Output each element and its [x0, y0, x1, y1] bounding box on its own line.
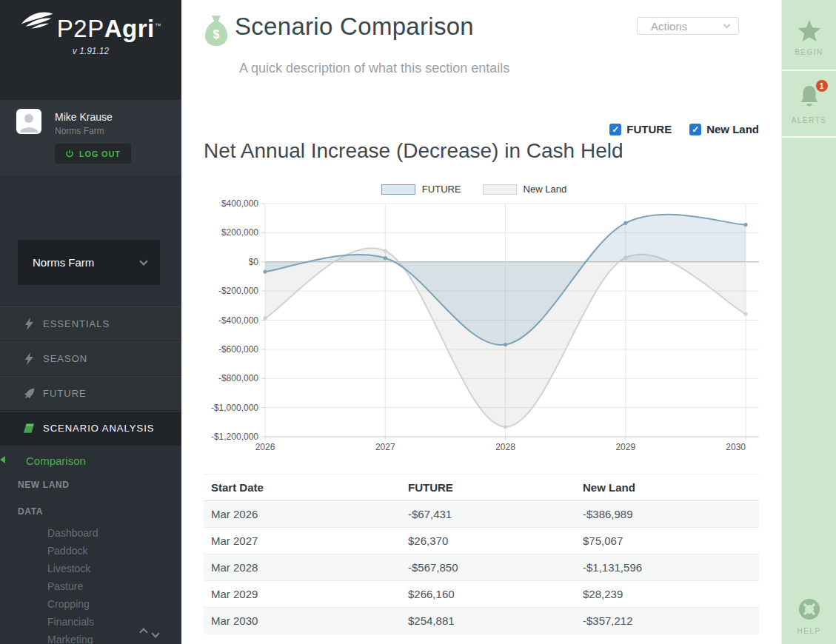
person-icon — [16, 109, 41, 134]
chevron-down-icon — [139, 257, 147, 265]
svg-text:-$1,200,000: -$1,200,000 — [211, 432, 258, 442]
left-sidebar: P2PAgri™ v 1.91.12 Mike Krause Norms Far… — [0, 0, 181, 644]
data-item-cropping[interactable]: Cropping — [47, 595, 98, 613]
app-version: v 1.91.12 — [0, 46, 181, 56]
help-label: HELP — [797, 627, 820, 635]
logo-section: P2PAgri™ v 1.91.12 — [0, 0, 181, 100]
legend-swatch-new-land — [483, 184, 517, 195]
subnav-item-new-land[interactable]: NEW LAND — [18, 480, 69, 490]
checkbox-checked-icon[interactable]: ✓ — [609, 124, 621, 135]
table-row: Mar 2028-$567,850-$1,131,596 — [204, 554, 759, 581]
alerts-label: ALERTS — [792, 116, 827, 124]
star-icon — [797, 19, 822, 43]
life-ring-icon — [797, 597, 822, 622]
subnav-item-comparison[interactable]: Comparison — [26, 455, 86, 467]
svg-text:-$800,000: -$800,000 — [218, 373, 258, 383]
scroll-down-icon[interactable] — [151, 629, 159, 637]
rocket-icon — [21, 387, 36, 400]
right-toolbar: BEGIN 1 ALERTS HELP — [781, 0, 836, 644]
subnav-group-data[interactable]: DATA — [18, 506, 43, 517]
data-item-paddock[interactable]: Paddock — [47, 542, 98, 560]
user-name: Mike Krause — [55, 111, 113, 123]
lightning-icon — [21, 352, 36, 365]
logout-button[interactable]: LOG OUT — [55, 144, 131, 164]
svg-text:-$400,000: -$400,000 — [218, 315, 258, 326]
chart-title: Net Annual Increase (Decrease) in Cash H… — [204, 139, 623, 163]
chevron-down-icon — [723, 21, 731, 28]
nav-item-scenario-analysis[interactable]: SCENARIO ANALYSIS — [0, 411, 181, 446]
svg-text:$: $ — [213, 28, 220, 41]
actions-dropdown[interactable]: Actions — [637, 17, 739, 35]
svg-text:2028: 2028 — [495, 442, 515, 452]
legend-item-future[interactable]: FUTURE — [422, 184, 461, 195]
help-button[interactable]: HELP — [782, 597, 836, 644]
table-header-row: Start Date FUTURE New Land — [204, 474, 759, 501]
chart-canvas: $400,000$200,000$0-$200,000-$400,000-$60… — [204, 197, 759, 457]
svg-text:$400,000: $400,000 — [221, 198, 258, 209]
nav-item-essentials[interactable]: ESSENTIALS — [0, 306, 181, 341]
legend-item-new-land[interactable]: New Land — [524, 184, 567, 195]
alerts-button[interactable]: 1 ALERTS — [782, 71, 836, 138]
lightning-icon — [21, 318, 36, 330]
svg-text:-$200,000: -$200,000 — [218, 286, 258, 296]
svg-text:$200,000: $200,000 — [221, 227, 258, 238]
svg-text:$0: $0 — [249, 257, 259, 267]
book-icon — [21, 423, 36, 434]
cash-held-chart: $400,000$200,000$0-$200,000-$400,000-$60… — [204, 197, 759, 457]
alerts-badge: 1 — [816, 80, 828, 92]
main-nav: ESSENTIALS SEASON FUTURE SCENARIO ANALYS… — [0, 306, 181, 446]
data-item-dashboard[interactable]: Dashboard — [47, 524, 98, 542]
svg-text:2030: 2030 — [726, 442, 746, 452]
table-row: Mar 2026-$67,431-$386,989 — [204, 501, 759, 528]
power-icon — [65, 150, 74, 158]
svg-text:2027: 2027 — [375, 442, 395, 452]
data-item-marketing[interactable]: Marketing — [47, 631, 98, 644]
user-section: Mike Krause Norms Farm LOG OUT — [0, 100, 181, 175]
table-row: Mar 2029$266,160$28,239 — [204, 581, 759, 608]
svg-text:-$1,000,000: -$1,000,000 — [211, 403, 258, 413]
series-filters: ✓ FUTURE ✓ New Land — [609, 123, 759, 135]
money-bag-icon: $ — [204, 15, 229, 47]
svg-text:-$600,000: -$600,000 — [218, 344, 258, 355]
nav-item-season[interactable]: SEASON — [0, 341, 181, 376]
page-subtitle: A quick description of what this section… — [239, 61, 509, 76]
wing-logo-icon — [20, 10, 54, 31]
col-future: FUTURE — [401, 474, 575, 501]
data-list: Dashboard Paddock Livestock Pasture Crop… — [47, 524, 98, 644]
data-item-financials[interactable]: Financials — [47, 613, 98, 631]
checkbox-checked-icon[interactable]: ✓ — [689, 124, 701, 135]
col-new-land: New Land — [575, 474, 759, 501]
user-farm: Norms Farm — [55, 126, 104, 136]
begin-label: BEGIN — [795, 48, 823, 56]
filter-new-land[interactable]: ✓ New Land — [689, 123, 759, 135]
begin-button[interactable]: BEGIN — [782, 0, 836, 71]
nav-item-future[interactable]: FUTURE — [0, 376, 181, 411]
farm-select[interactable]: Norms Farm — [18, 240, 160, 285]
avatar — [16, 109, 41, 134]
chart-legend: FUTURE New Land — [204, 184, 759, 195]
page-title: Scenario Comparison — [235, 13, 474, 41]
svg-text:2026: 2026 — [255, 442, 275, 452]
active-arrow-icon — [0, 456, 5, 463]
comparison-table: Start Date FUTURE New Land Mar 2026-$67,… — [204, 474, 759, 634]
svg-text:2029: 2029 — [615, 442, 635, 452]
scroll-up-icon[interactable] — [139, 628, 147, 636]
main-content: $ Scenario Comparison Actions A quick de… — [181, 0, 781, 644]
data-item-livestock[interactable]: Livestock — [47, 560, 98, 577]
app-logo: P2PAgri™ — [57, 15, 161, 43]
table-row: Mar 2030$254,881-$357,212 — [204, 608, 759, 634]
filter-future[interactable]: ✓ FUTURE — [609, 123, 672, 135]
legend-swatch-future — [381, 184, 415, 195]
col-start-date: Start Date — [204, 474, 401, 501]
data-item-pasture[interactable]: Pasture — [47, 577, 98, 595]
table-row: Mar 2027$26,370$75,067 — [204, 528, 759, 554]
